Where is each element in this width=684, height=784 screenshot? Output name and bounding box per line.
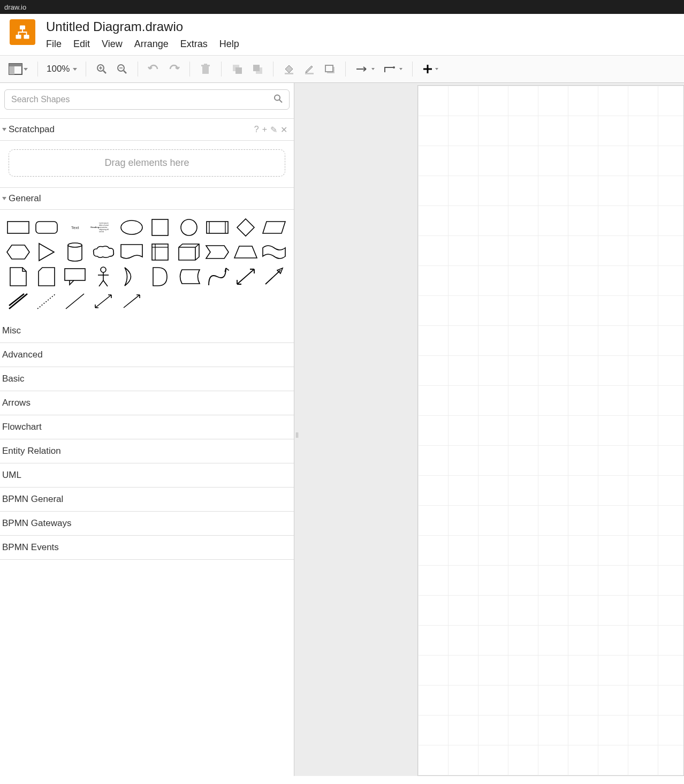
shape-link[interactable] [5,291,31,311]
shape-cloud[interactable] [90,242,116,262]
category-label: BPMN Gateways [2,518,71,529]
menu-file[interactable]: File [46,39,62,50]
shape-rounded-rectangle[interactable] [34,217,59,238]
shape-arrow[interactable] [261,267,287,287]
category-bpmn-events[interactable]: BPMN Events [0,536,294,560]
svg-rect-19 [253,65,260,71]
canvas[interactable] [417,85,684,776]
shape-triangle[interactable] [34,242,59,262]
fill-color-button[interactable] [280,60,298,78]
svg-line-51 [9,294,27,309]
scratchpad-add-icon[interactable]: + [262,125,267,134]
category-misc[interactable]: Misc [0,319,294,343]
shadow-button[interactable] [321,60,339,78]
to-back-button[interactable] [248,60,267,78]
scratchpad-dropzone[interactable]: Drag elements here [9,149,285,177]
scratchpad-close-icon[interactable]: ✕ [280,125,287,135]
plus-icon [422,64,433,74]
arrow-icon [355,66,369,72]
shape-directional-connector[interactable] [119,291,145,311]
shape-diamond[interactable] [233,217,259,238]
category-label: Entity Relation [2,446,61,456]
svg-rect-31 [7,222,29,233]
shape-bidirectional-connector[interactable] [90,291,116,311]
shape-or[interactable] [119,267,145,287]
svg-line-7 [103,71,106,73]
menu-extras[interactable]: Extras [180,39,208,50]
view-toggle-button[interactable] [5,61,31,77]
category-advanced[interactable]: Advanced [0,343,294,367]
shape-rectangle[interactable] [5,217,31,238]
svg-line-56 [124,295,140,308]
shape-note[interactable] [5,267,31,287]
shape-document[interactable] [119,242,145,262]
menu-arrange[interactable]: Arrange [134,39,169,50]
document-title[interactable]: Untitled Diagram.drawio [46,17,239,37]
trash-icon [201,64,210,74]
app-logo[interactable] [10,19,35,45]
menu-edit[interactable]: Edit [73,39,90,50]
shape-curve[interactable] [204,267,230,287]
shape-actor[interactable] [90,267,116,287]
zoom-level[interactable]: 100% [44,64,79,74]
category-bpmn-gateways[interactable]: BPMN Gateways [0,512,294,536]
shape-tape[interactable] [261,242,287,262]
category-bpmn-general[interactable]: BPMN General [0,488,294,512]
shape-square[interactable] [147,217,173,238]
category-label: BPMN Events [2,542,59,553]
category-entity-relation[interactable]: Entity Relation [0,439,294,463]
category-basic[interactable]: Basic [0,367,294,391]
shape-process[interactable] [204,217,230,238]
sidebar-splitter[interactable]: || [294,430,300,440]
shape-bidirectional-arrow[interactable] [233,267,259,287]
to-front-button[interactable] [228,60,246,78]
category-label: BPMN General [2,494,63,505]
category-arrows[interactable]: Arrows [0,391,294,415]
shape-text[interactable]: Text [62,217,88,238]
shape-callout[interactable] [62,267,88,287]
svg-line-50 [265,270,280,284]
category-label: Misc [2,325,21,336]
shape-internal-storage[interactable] [147,242,173,262]
shape-trapezoid[interactable] [233,242,259,262]
shape-hexagon[interactable] [5,242,31,262]
delete-button[interactable] [196,60,215,78]
insert-button[interactable] [419,62,442,77]
shape-and[interactable] [147,267,173,287]
shape-parallelogram[interactable] [261,217,287,238]
redo-button[interactable] [165,60,183,78]
scratchpad-help-icon[interactable]: ? [254,125,259,134]
scratchpad-header[interactable]: Scratchpad ? + ✎ ✕ [0,118,294,141]
shape-heading[interactable]: HeadingLorem ipsum dolor sit amet consec… [90,217,110,238]
svg-line-55 [95,295,111,308]
connection-button[interactable] [352,64,378,74]
shape-ellipse[interactable] [119,217,145,238]
search-input[interactable] [4,89,290,110]
category-flowchart[interactable]: Flowchart [0,415,294,439]
shape-data-storage[interactable] [176,267,202,287]
shape-circle[interactable] [176,217,202,238]
undo-button[interactable] [145,60,163,78]
search-icon[interactable] [273,94,283,105]
shape-dashed-line[interactable] [34,291,59,311]
category-uml[interactable]: UML [0,463,294,488]
zoom-out-button[interactable] [113,60,131,78]
shape-line[interactable] [62,291,88,311]
general-header[interactable]: General [0,187,294,210]
shape-step[interactable] [204,242,230,262]
shape-card[interactable] [34,267,59,287]
menu-view[interactable]: View [102,39,123,50]
waypoints-button[interactable] [380,62,406,76]
svg-point-35 [181,219,197,235]
general-title: General [9,193,41,204]
svg-line-48 [103,280,108,286]
shape-cylinder[interactable] [62,242,88,262]
category-label: UML [2,470,21,481]
svg-line-47 [99,280,103,286]
shape-cube[interactable] [176,242,202,262]
scratchpad-edit-icon[interactable]: ✎ [270,125,277,135]
main: Scratchpad ? + ✎ ✕ Drag elements here Ge… [0,83,684,776]
menu-help[interactable]: Help [219,39,239,50]
zoom-in-button[interactable] [93,60,111,78]
line-color-button[interactable] [300,60,318,78]
